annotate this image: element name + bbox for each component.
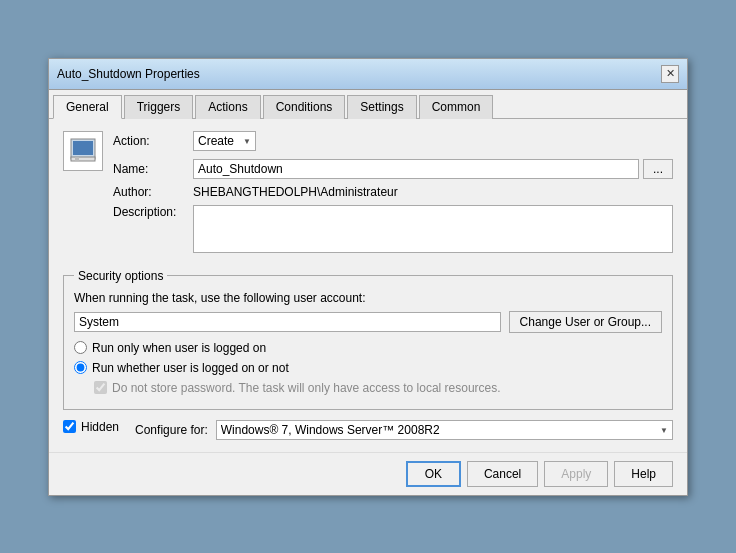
security-options-legend: Security options	[74, 269, 167, 283]
title-bar: Auto_Shutdown Properties ✕	[49, 59, 687, 90]
task-icon	[63, 131, 103, 171]
general-tab-content: Action: Create Name: ... Author: SHEBANG…	[49, 119, 687, 452]
cancel-button[interactable]: Cancel	[467, 461, 538, 487]
configure-select-wrapper: Windows® 7, Windows Server™ 2008R2	[216, 420, 673, 440]
hidden-label: Hidden	[81, 420, 119, 434]
author-row: Author: SHEBANGTHEDOLPH\Administrateur	[113, 185, 673, 199]
bottom-row: Hidden Configure for: Windows® 7, Window…	[63, 420, 673, 440]
user-account-row: Change User or Group...	[74, 311, 662, 333]
top-fields: Action: Create Name: ... Author: SHEBANG…	[113, 131, 673, 261]
user-account-input[interactable]	[74, 312, 501, 332]
tab-general[interactable]: General	[53, 95, 122, 119]
tab-bar: General Triggers Actions Conditions Sett…	[49, 90, 687, 119]
tab-conditions[interactable]: Conditions	[263, 95, 346, 119]
radio-whether-row: Run whether user is logged on or not	[74, 361, 662, 375]
author-label: Author:	[113, 185, 193, 199]
no-password-label: Do not store password. The task will onl…	[112, 381, 501, 395]
task-icon-svg	[69, 137, 97, 165]
change-user-button[interactable]: Change User or Group...	[509, 311, 662, 333]
description-label: Description:	[113, 205, 193, 219]
window-title: Auto_Shutdown Properties	[57, 67, 200, 81]
action-row: Action: Create	[113, 131, 673, 151]
tab-actions[interactable]: Actions	[195, 95, 260, 119]
hidden-row: Hidden	[63, 420, 119, 434]
svg-rect-2	[71, 157, 95, 161]
no-password-checkbox[interactable]	[94, 381, 107, 394]
user-account-label: When running the task, use the following…	[74, 291, 662, 305]
top-section: Action: Create Name: ... Author: SHEBANG…	[63, 131, 673, 261]
main-window: Auto_Shutdown Properties ✕ General Trigg…	[48, 58, 688, 496]
tab-settings[interactable]: Settings	[347, 95, 416, 119]
no-password-row: Do not store password. The task will onl…	[94, 381, 662, 395]
name-input[interactable]	[193, 159, 639, 179]
radio-logged-on-label: Run only when user is logged on	[92, 341, 266, 355]
svg-rect-1	[73, 141, 93, 155]
ok-button[interactable]: OK	[406, 461, 461, 487]
security-options-group: Security options When running the task, …	[63, 269, 673, 410]
name-label: Name:	[113, 162, 193, 176]
configure-select[interactable]: Windows® 7, Windows Server™ 2008R2	[216, 420, 673, 440]
hidden-checkbox[interactable]	[63, 420, 76, 433]
tab-common[interactable]: Common	[419, 95, 494, 119]
radio-whether[interactable]	[74, 361, 87, 374]
action-label: Action:	[113, 134, 193, 148]
radio-logged-on-row: Run only when user is logged on	[74, 341, 662, 355]
browse-button[interactable]: ...	[643, 159, 673, 179]
button-bar: OK Cancel Apply Help	[49, 452, 687, 495]
radio-logged-on[interactable]	[74, 341, 87, 354]
action-select[interactable]: Create	[193, 131, 256, 151]
description-input[interactable]	[193, 205, 673, 253]
help-button[interactable]: Help	[614, 461, 673, 487]
apply-button[interactable]: Apply	[544, 461, 608, 487]
action-select-wrapper: Create	[193, 131, 256, 151]
name-row: Name: ...	[113, 159, 673, 179]
close-button[interactable]: ✕	[661, 65, 679, 83]
svg-rect-3	[75, 157, 79, 161]
description-row: Description:	[113, 205, 673, 253]
configure-label: Configure for:	[135, 423, 208, 437]
author-value: SHEBANGTHEDOLPH\Administrateur	[193, 185, 673, 199]
tab-triggers[interactable]: Triggers	[124, 95, 194, 119]
radio-whether-label: Run whether user is logged on or not	[92, 361, 289, 375]
